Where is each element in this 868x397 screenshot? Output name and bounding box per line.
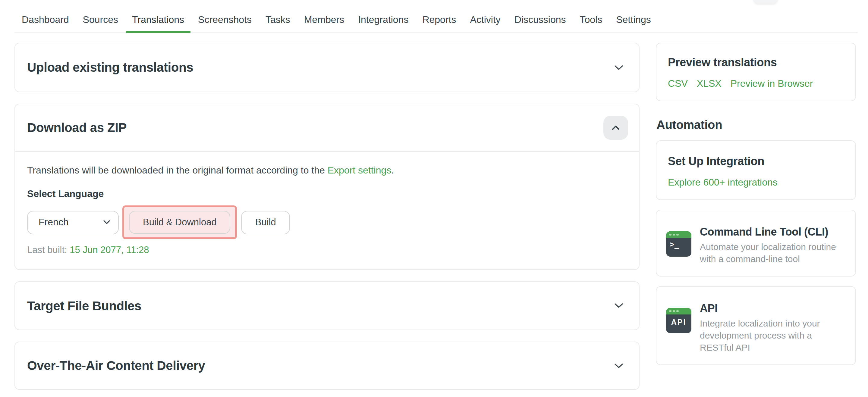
download-card-title: Download as ZIP <box>27 121 127 135</box>
tab-tools[interactable]: Tools <box>580 14 602 33</box>
api-icon: API <box>666 308 691 333</box>
terminal-icon: >_ <box>666 231 691 257</box>
target-file-bundles-card[interactable]: Target File Bundles <box>14 281 640 330</box>
set-up-integration-card: Set Up Integration Explore 600+ integrat… <box>656 140 856 200</box>
terminal-prompt-glyph: >_ <box>666 238 691 249</box>
preview-links-row: CSV XLSX Preview in Browser <box>668 78 846 90</box>
ota-content-delivery-card[interactable]: Over-The-Air Content Delivery <box>14 341 640 390</box>
window-dot-icon <box>673 310 675 312</box>
cutoff-toolbar-pill <box>753 0 778 4</box>
select-language-label: Select Language <box>27 188 627 200</box>
api-card-text: API Integrate localization into your dev… <box>700 301 847 354</box>
tab-discussions[interactable]: Discussions <box>515 14 566 33</box>
chevron-down-icon[interactable] <box>614 363 623 368</box>
api-card-title: API <box>700 301 847 316</box>
api-icon-titlebar <box>666 308 691 315</box>
window-dot-icon <box>669 234 671 236</box>
integration-card-title: Set Up Integration <box>668 154 846 168</box>
csv-link[interactable]: CSV <box>668 78 688 90</box>
window-dot-icon <box>676 234 678 236</box>
cli-card[interactable]: >_ Command Line Tool (CLI) Automate your… <box>656 210 856 276</box>
chevron-up-icon <box>612 125 620 130</box>
download-description: Translations will be downloaded in the o… <box>27 164 627 177</box>
sidebar: Preview translations CSV XLSX Preview in… <box>656 43 856 365</box>
tab-settings[interactable]: Settings <box>616 14 651 33</box>
cli-card-description: Automate your localization routine with … <box>700 241 847 265</box>
ota-card-title: Over-The-Air Content Delivery <box>27 358 205 373</box>
api-card[interactable]: API API Integrate localization into your… <box>656 286 856 365</box>
tab-sources[interactable]: Sources <box>83 14 118 33</box>
language-select-value: French <box>38 217 69 228</box>
last-built-value: 15 Jun 2077, 11:28 <box>70 244 149 255</box>
xlsx-link[interactable]: XLSX <box>697 78 721 90</box>
top-navigation: Dashboard Sources Translations Screensho… <box>14 0 858 33</box>
automation-heading: Automation <box>656 117 856 133</box>
tab-translations[interactable]: Translations <box>132 14 184 33</box>
upload-existing-translations-card[interactable]: Upload existing translations <box>14 43 640 92</box>
terminal-icon-titlebar <box>666 231 691 238</box>
upload-card-title: Upload existing translations <box>27 60 193 75</box>
download-card-body: Translations will be downloaded in the o… <box>15 152 639 269</box>
tab-tasks[interactable]: Tasks <box>266 14 290 33</box>
build-controls-row: French Build & Download Build <box>27 205 627 239</box>
download-as-zip-card: Download as ZIP Translations will be dow… <box>14 104 640 270</box>
chevron-down-icon[interactable] <box>614 303 623 308</box>
build-button[interactable]: Build <box>241 210 290 234</box>
cli-card-text: Command Line Tool (CLI) Automate your lo… <box>700 225 847 265</box>
collapse-button[interactable] <box>603 116 628 140</box>
project-tabs: Dashboard Sources Translations Screensho… <box>14 0 858 33</box>
tab-screenshots[interactable]: Screenshots <box>198 14 252 33</box>
page: Dashboard Sources Translations Screensho… <box>0 0 868 397</box>
build-and-download-button[interactable]: Build & Download <box>129 211 230 234</box>
last-built-status: Last built: 15 Jun 2077, 11:28 <box>27 244 627 256</box>
bundles-card-title: Target File Bundles <box>27 298 141 313</box>
content-layout: Upload existing translations Download as… <box>0 33 868 390</box>
chevron-down-icon[interactable] <box>614 65 623 70</box>
tab-members[interactable]: Members <box>304 14 344 33</box>
explore-integrations-link[interactable]: Explore 600+ integrations <box>668 176 778 189</box>
preview-in-browser-link[interactable]: Preview in Browser <box>731 78 813 90</box>
export-settings-link[interactable]: Export settings <box>328 165 392 175</box>
window-dot-icon <box>676 310 678 312</box>
description-period: . <box>391 165 394 175</box>
preview-translations-card: Preview translations CSV XLSX Preview in… <box>656 43 856 101</box>
tab-activity[interactable]: Activity <box>470 14 500 33</box>
chevron-down-icon <box>103 220 110 225</box>
tab-reports[interactable]: Reports <box>422 14 456 33</box>
download-card-header: Download as ZIP <box>15 104 639 151</box>
main-column: Upload existing translations Download as… <box>14 43 640 390</box>
window-dot-icon <box>669 310 671 312</box>
api-card-description: Integrate localization into your develop… <box>700 318 847 354</box>
description-text: Translations will be downloaded in the o… <box>27 165 328 175</box>
language-select[interactable]: French <box>27 210 119 234</box>
last-built-label: Last built: <box>27 244 70 255</box>
window-dot-icon <box>673 234 675 236</box>
api-icon-label: API <box>666 315 691 327</box>
annotation-highlight-box: Build & Download <box>122 205 237 239</box>
tab-dashboard[interactable]: Dashboard <box>22 14 69 33</box>
cli-card-title: Command Line Tool (CLI) <box>700 225 847 239</box>
tab-integrations[interactable]: Integrations <box>358 14 408 33</box>
preview-card-title: Preview translations <box>668 56 846 69</box>
